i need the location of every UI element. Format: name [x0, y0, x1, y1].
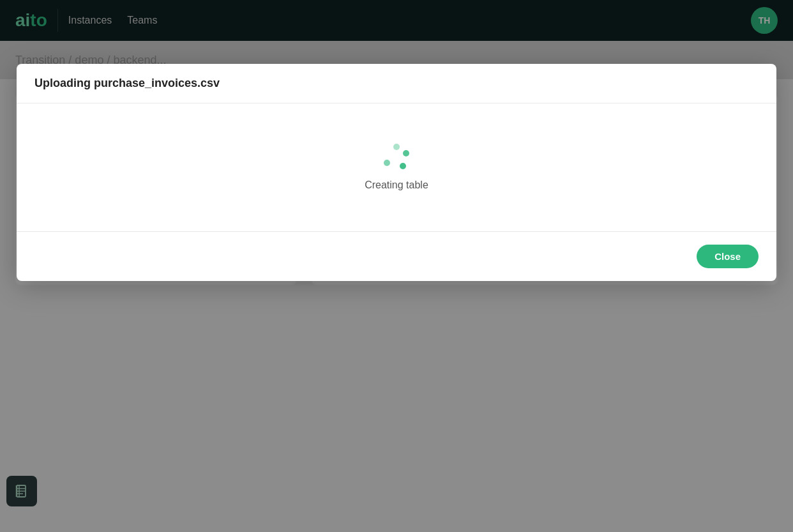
modal-overlay: Uploading purchase_invoices.csv Creating…	[0, 0, 793, 532]
spinner-container: Creating table	[365, 144, 428, 191]
modal-title: Uploading purchase_invoices.csv	[17, 64, 776, 103]
spinner-dot-1	[393, 144, 400, 150]
spinner-label: Creating table	[365, 179, 428, 191]
loading-spinner	[384, 144, 409, 169]
modal-footer: Close	[17, 231, 776, 281]
close-button[interactable]: Close	[697, 245, 759, 268]
modal-body: Creating table	[17, 103, 776, 231]
spinner-dot-2	[403, 150, 409, 156]
upload-modal: Uploading purchase_invoices.csv Creating…	[17, 64, 776, 281]
spinner-dot-3	[400, 163, 406, 169]
spinner-dot-4	[384, 160, 390, 166]
